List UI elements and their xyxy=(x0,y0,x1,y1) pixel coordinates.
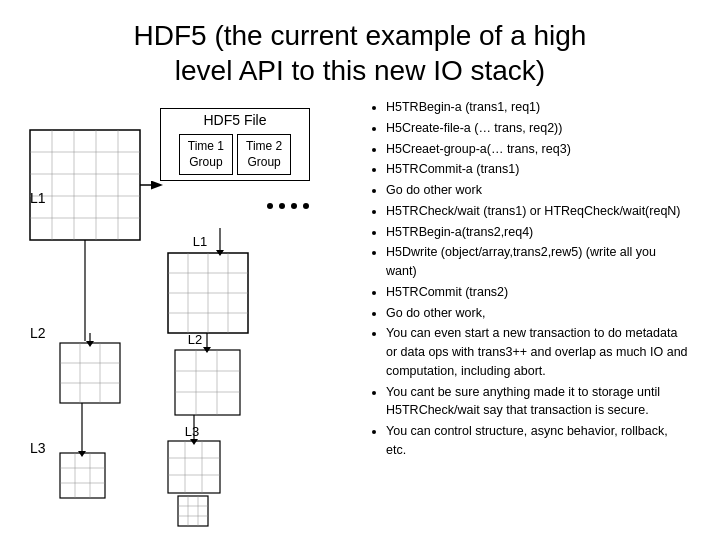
svg-rect-0 xyxy=(30,130,140,240)
svg-marker-34 xyxy=(203,347,211,353)
svg-marker-56 xyxy=(190,439,198,445)
bullet-list-panel: H5TRBegin-a (trans1, req1)H5Create-file-… xyxy=(340,98,700,518)
bullet-item: You can even start a new transaction to … xyxy=(386,324,690,380)
bullet-item: You cant be sure anything made it to sto… xyxy=(386,383,690,421)
bullet-item: H5Dwrite (object/array,trans2,rew5) (wri… xyxy=(386,243,690,281)
svg-point-59 xyxy=(267,203,273,209)
bullet-item: Go do other work xyxy=(386,181,690,200)
svg-text:L2: L2 xyxy=(188,332,202,347)
time-group-2: Time 2Group xyxy=(237,134,291,175)
svg-rect-49 xyxy=(178,496,208,526)
svg-marker-58 xyxy=(78,451,86,457)
svg-text:L1: L1 xyxy=(193,234,207,249)
svg-rect-11 xyxy=(168,253,248,333)
bullet-item: H5TRBegin-a (trans1, req1) xyxy=(386,98,690,117)
bullet-item: Go do other work, xyxy=(386,304,690,323)
svg-point-62 xyxy=(303,203,309,209)
svg-marker-36 xyxy=(86,341,94,347)
hdf5-file-box: HDF5 File Time 1Group Time 2Group xyxy=(160,108,310,181)
api-bullet-list: H5TRBegin-a (trans1, req1)H5Create-file-… xyxy=(370,98,690,460)
bullet-item: H5TRCommit (trans2) xyxy=(386,283,690,302)
bullet-item: H5TRCheck/wait (trans1) or HTReqCheck/wa… xyxy=(386,202,690,221)
svg-text:L1: L1 xyxy=(30,190,46,206)
time-group-1: Time 1Group xyxy=(179,134,233,175)
bullet-item: H5Creaet-group-a(… trans, req3) xyxy=(386,140,690,159)
svg-point-61 xyxy=(291,203,297,209)
bullet-item: H5TRBegin-a(trans2,req4) xyxy=(386,223,690,242)
svg-rect-22 xyxy=(60,343,120,403)
bullet-item: H5Create-file-a (… trans, req2)) xyxy=(386,119,690,138)
svg-text:L3: L3 xyxy=(185,424,199,439)
bullet-item: You can control structure, async behavio… xyxy=(386,422,690,460)
svg-rect-44 xyxy=(168,441,220,493)
svg-marker-20 xyxy=(216,250,224,256)
svg-rect-27 xyxy=(175,350,240,415)
svg-rect-39 xyxy=(60,453,105,498)
svg-text:L3: L3 xyxy=(30,440,46,456)
page-title: HDF5 (the current example of a high leve… xyxy=(0,0,720,98)
svg-text:L2: L2 xyxy=(30,325,46,341)
svg-point-60 xyxy=(279,203,285,209)
bullet-item: H5TRCommit-a (trans1) xyxy=(386,160,690,179)
hdf5-file-label: HDF5 File xyxy=(166,112,304,128)
